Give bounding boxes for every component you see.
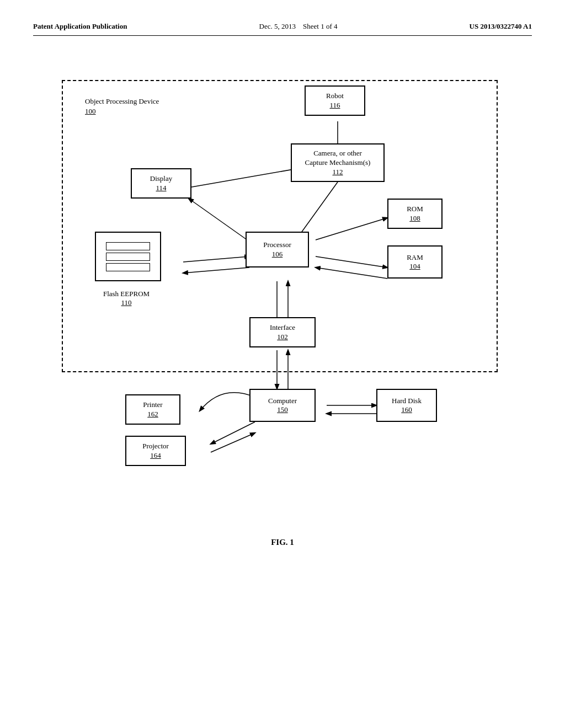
rom-box: ROM 108 bbox=[387, 199, 443, 229]
ram-box: RAM 104 bbox=[387, 245, 443, 279]
page-header: Patent Application Publication Dec. 5, 2… bbox=[33, 22, 532, 36]
camera-box: Camera, or other Capture Mechanism(s) 11… bbox=[291, 143, 385, 182]
display-box: Display 114 bbox=[131, 168, 191, 199]
page: Patent Application Publication Dec. 5, 2… bbox=[0, 0, 565, 728]
flash-box bbox=[95, 232, 161, 281]
figure-caption: FIG. 1 bbox=[33, 538, 532, 547]
svg-line-15 bbox=[211, 422, 255, 444]
diagram-container: Object Processing Device 100 bbox=[45, 69, 520, 521]
flash-label: Flash EEPROM 110 bbox=[85, 290, 168, 307]
harddisk-box: Hard Disk 160 bbox=[376, 389, 437, 422]
robot-box: Robot 116 bbox=[305, 85, 365, 116]
header-date: Dec. 5, 2013 bbox=[259, 22, 296, 30]
header-sheet: Sheet 1 of 4 bbox=[303, 22, 337, 30]
opd-label: Object Processing Device 100 bbox=[85, 97, 159, 116]
computer-box: Computer 150 bbox=[249, 389, 316, 422]
printer-box: Printer 162 bbox=[125, 394, 180, 425]
header-right: US 2013/0322740 A1 bbox=[470, 22, 532, 31]
interface-box: Interface 102 bbox=[249, 317, 316, 347]
processor-box: Processor 106 bbox=[246, 232, 309, 267]
projector-box: Projector 164 bbox=[125, 436, 186, 466]
header-center: Dec. 5, 2013 Sheet 1 of 4 bbox=[259, 22, 338, 31]
header-left: Patent Application Publication bbox=[33, 22, 127, 31]
svg-line-16 bbox=[211, 433, 255, 452]
